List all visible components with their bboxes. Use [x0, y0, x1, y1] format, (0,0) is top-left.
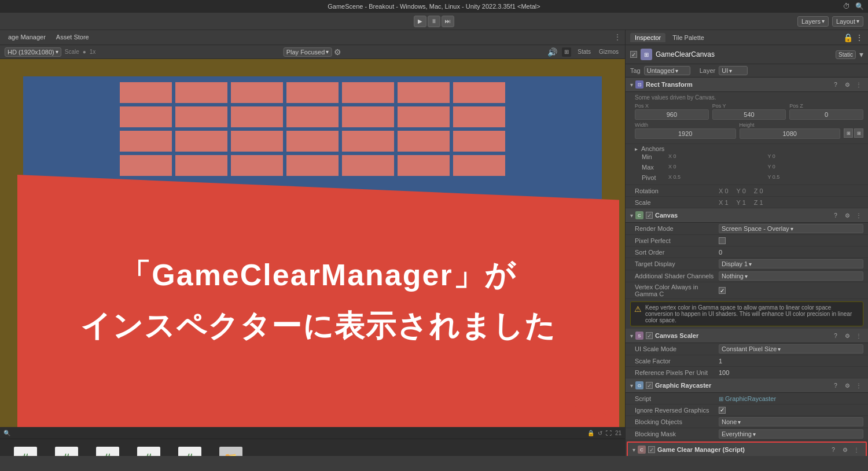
gcm-settings-icon[interactable]: ⚙	[840, 445, 849, 454]
blocking-objects-select[interactable]: None	[719, 417, 863, 426]
scale-factor-value[interactable]: 1	[719, 358, 863, 365]
graphic-raycaster-icon-block: G	[635, 381, 643, 389]
tab-tile-palette[interactable]: Tile Palette	[668, 33, 709, 42]
render-mode-select[interactable]: Screen Space - Overlay	[719, 224, 863, 233]
file-item-4[interactable]: # GameOver...	[133, 447, 164, 457]
graphic-raycaster-more-icon[interactable]: ⋮	[854, 381, 863, 390]
play-focused-dropdown[interactable]: Play Focused	[284, 47, 332, 57]
rect-lock-buttons: ⊞ ⊞	[844, 122, 863, 139]
gcm-title: Game Clear Manager (Script)	[657, 446, 826, 453]
canvas-scaler-more-icon[interactable]: ⋮	[854, 331, 863, 340]
layer-select[interactable]: UI	[719, 66, 748, 75]
check-mark-icon	[631, 51, 636, 58]
target-display-row: Target Display Display 1	[626, 258, 868, 270]
brick	[286, 82, 339, 103]
canvas-scaler-help-icon[interactable]: ?	[831, 331, 840, 340]
render-mode-row: Render Mode Screen Space - Overlay	[626, 223, 868, 235]
pixel-perfect-checkbox[interactable]	[719, 237, 726, 244]
ui-scale-mode-select[interactable]: Constant Pixel Size	[719, 344, 863, 354]
max-label: Max	[642, 164, 665, 171]
rect-transform-section-header[interactable]: ⊡ Rect Transform ? ⚙ ⋮	[626, 78, 868, 92]
play-button[interactable]: ▶	[414, 16, 426, 27]
settings-icon[interactable]: ⚙	[334, 47, 341, 57]
additional-shader-select[interactable]: Nothing	[719, 271, 863, 281]
render-mode-chevron-icon	[790, 226, 793, 232]
static-button[interactable]: Static	[836, 50, 856, 59]
sort-order-value[interactable]: 0	[719, 249, 863, 256]
more-icon[interactable]: ⋮	[855, 33, 863, 42]
tab-age-manager[interactable]: age Manager	[5, 32, 49, 43]
pos-x-value[interactable]: 960	[635, 109, 709, 120]
blocking-mask-value: Everything	[722, 430, 752, 437]
overlay-text-line1: 「GameClearManager」が	[120, 256, 516, 295]
gcm-checkbox[interactable]	[648, 446, 655, 453]
canvas-scaler-header[interactable]: S Canvas Scaler ? ⚙ ⋮	[626, 329, 868, 343]
layers-dropdown[interactable]: Layers	[797, 16, 829, 27]
stats-button[interactable]: Stats	[576, 49, 593, 55]
reference-pixels-value[interactable]: 100	[719, 369, 863, 376]
pos-y-value[interactable]: 540	[712, 109, 786, 120]
min-x-group: X 0	[668, 153, 764, 160]
file-item-3[interactable]: # GameOve...	[91, 447, 123, 457]
canvas-section-header[interactable]: C Canvas ? ⚙ ⋮	[626, 208, 868, 223]
rect-transform-more-icon[interactable]: ⋮	[854, 80, 863, 89]
brick	[120, 155, 172, 176]
tab-inspector[interactable]: Inspector	[630, 33, 665, 42]
tag-select[interactable]: Untagged	[644, 66, 690, 75]
pivot-label: Pivot	[642, 174, 665, 181]
graphic-raycaster-checkbox[interactable]	[646, 382, 653, 389]
fullscreen-icon[interactable]: ⛶	[606, 430, 612, 436]
canvas-checkbox[interactable]	[646, 212, 653, 219]
pos-z-value[interactable]: 0	[789, 109, 863, 120]
static-chevron-icon[interactable]: ▾	[859, 50, 863, 59]
zoom-level: 🔍	[3, 430, 10, 436]
play-focused-control: Play Focused ⚙	[284, 47, 342, 57]
vertex-color-checkbox[interactable]	[719, 287, 726, 294]
file-item-6[interactable]: 📁 Scenes	[215, 447, 247, 457]
game-clear-manager-header[interactable]: C Game Clear Manager (Script) ? ⚙ ⋮	[628, 443, 866, 456]
ignore-reversed-checkbox[interactable]	[719, 407, 726, 414]
step-button[interactable]: ⏭	[442, 16, 454, 27]
panel-menu-button[interactable]: ⋮	[613, 32, 621, 42]
rect-lock-v-button[interactable]: ⊞	[854, 128, 863, 138]
object-checkbox[interactable]	[630, 51, 637, 58]
file-item-2[interactable]: # GameCont...	[50, 447, 82, 457]
gizmos-button[interactable]: Gizmos	[597, 49, 620, 55]
graphic-raycaster-help-icon[interactable]: ?	[831, 381, 840, 390]
lock-icon[interactable]: 🔒	[843, 33, 853, 42]
canvas-scaler-checkbox[interactable]	[646, 332, 653, 339]
pivot-row: Pivot X 0.5 Y 0.5	[635, 174, 863, 181]
object-name[interactable]: GameClearCanvas	[656, 50, 832, 58]
height-value[interactable]: 1080	[740, 128, 841, 139]
graphic-raycaster-header[interactable]: G Graphic Raycaster ? ⚙ ⋮	[626, 378, 868, 393]
canvas-help-icon[interactable]: ?	[831, 211, 840, 220]
rect-transform-settings-icon[interactable]: ⚙	[843, 80, 852, 89]
tag-label: Tag	[630, 67, 641, 74]
canvas-scaler-settings-icon[interactable]: ⚙	[843, 331, 852, 340]
resolution-select[interactable]: HD (1920x1080)	[5, 47, 61, 57]
rect-lock-h-button[interactable]: ⊞	[844, 128, 853, 138]
file-item-1[interactable]: # GameClea...	[9, 447, 41, 457]
rot-x-label: X 0	[719, 187, 729, 194]
anchors-arrow-icon[interactable]: ▸	[635, 146, 638, 152]
gcm-icon-block: C	[638, 446, 646, 454]
canvas-icon-block: C	[635, 211, 643, 219]
canvas-more-icon[interactable]: ⋮	[854, 211, 863, 220]
canvas-settings-icon[interactable]: ⚙	[843, 211, 852, 220]
ignore-reversed-row: Ignore Reversed Graphics	[626, 404, 868, 416]
search-icon[interactable]: 🔍	[855, 2, 863, 10]
layout-dropdown[interactable]: Layout	[832, 16, 863, 27]
gcm-more-icon[interactable]: ⋮	[852, 445, 861, 454]
gcm-help-icon[interactable]: ?	[829, 445, 838, 454]
pause-button[interactable]: ⏸	[428, 16, 440, 27]
blocking-mask-select[interactable]: Everything	[719, 429, 863, 439]
rect-transform-help-icon[interactable]: ?	[831, 80, 840, 89]
graphic-raycaster-settings-icon[interactable]: ⚙	[843, 381, 852, 390]
brick	[453, 82, 505, 103]
layer-chevron-icon	[729, 68, 732, 74]
width-value[interactable]: 1920	[635, 128, 736, 139]
tag-value: Untagged	[647, 67, 675, 74]
tab-asset-store[interactable]: Asset Store	[53, 32, 93, 43]
file-item-5[interactable]: # PaddleCon...	[174, 447, 205, 457]
target-display-select[interactable]: Display 1	[719, 259, 863, 268]
